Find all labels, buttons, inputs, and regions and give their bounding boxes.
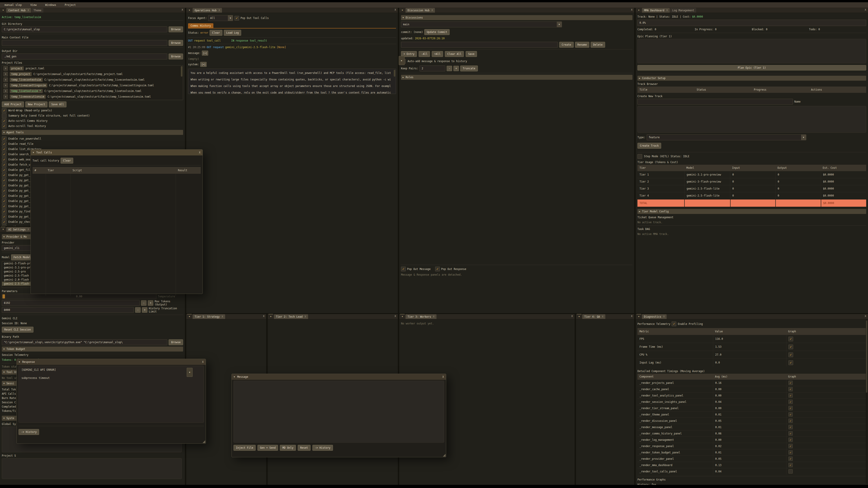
history-action-button[interactable]: Save [466, 51, 477, 57]
message-text-area[interactable] [234, 381, 444, 443]
project-file-tag[interactable]: temp_livecontextsim [10, 78, 43, 82]
project-action-button[interactable]: Add Project [2, 101, 24, 107]
minus-button[interactable]: - [141, 300, 147, 306]
tool-calls-titlebar[interactable]: ▼ Tool Calls X [31, 150, 203, 156]
rename-discussion-button[interactable]: Rename [575, 42, 590, 48]
panel-close-icon[interactable]: X [631, 8, 632, 11]
discussion-name-input[interactable] [401, 42, 558, 48]
close-icon[interactable]: X [433, 315, 434, 318]
project-file-tag[interactable]: project [10, 66, 24, 70]
delete-discussion-button[interactable]: Delete [591, 42, 605, 48]
toggle-row[interactable]: ✓ Summary Only (send file structure, not… [2, 113, 183, 118]
project-system-input[interactable] [2, 458, 182, 479]
graph-checkbox[interactable]: ✓ [788, 381, 793, 385]
clear-tool-history-button[interactable]: Clear [61, 158, 73, 164]
close-icon[interactable]: X [432, 9, 433, 11]
checkbox[interactable]: ✓ [2, 119, 6, 123]
tab-ai-settings[interactable]: AI SettingsX [6, 227, 31, 232]
plus-button[interactable]: + [148, 300, 153, 306]
close-icon[interactable]: X [28, 228, 29, 231]
tab-list-icon[interactable]: ▼ [400, 8, 405, 12]
checkbox[interactable]: ✓ [2, 188, 6, 193]
main-context-input[interactable] [2, 40, 167, 46]
roles-header[interactable]: ▶ Roles [401, 75, 632, 80]
tab-diagnostics[interactable]: DiagnosticsX [642, 314, 666, 319]
checkbox[interactable]: ✓ [2, 113, 6, 118]
files-scrollbar[interactable] [181, 66, 182, 76]
graph-checkbox[interactable]: ✓ [788, 406, 793, 410]
collapsed-window-arrow-icon[interactable]: ▶ [399, 56, 405, 65]
tab-discussion-hub[interactable]: Discussion HubX [405, 8, 435, 13]
epic-planning-input[interactable] [638, 39, 866, 63]
plus-button[interactable]: + [454, 66, 459, 71]
tab-list-icon[interactable]: ▼ [637, 8, 641, 12]
close-icon[interactable]: X [219, 9, 220, 11]
track-description-input[interactable] [638, 106, 866, 133]
keep-pairs-input[interactable]: 2 [420, 66, 445, 71]
discussion-combo[interactable]: main▼ [401, 22, 562, 27]
step-mode-checkbox[interactable]: ✓ [638, 154, 642, 159]
checkbox[interactable]: ✓ [2, 168, 6, 172]
checkbox[interactable]: ✓ [2, 194, 6, 198]
main-context-browse-button[interactable]: Browse [168, 40, 183, 46]
chevron-down-icon[interactable]: ▼ [33, 151, 34, 154]
response-text-area[interactable]: [GEMINI_CLI API ERROR] subprocess timeou… [19, 366, 204, 423]
checkbox[interactable]: ✓ [2, 152, 6, 157]
remove-file-button[interactable]: x [3, 94, 8, 99]
binary-path-input[interactable]: "C:\projects\manual_slop\.venv\Scripts\p… [2, 339, 167, 345]
chevron-down-icon[interactable]: ▼ [234, 376, 235, 378]
git-dir-browse-button[interactable]: Browse [168, 26, 183, 32]
toggle-row[interactable]: ✓ Auto-scroll Tool History [2, 124, 183, 129]
remove-file-button[interactable]: x [3, 100, 8, 100]
response-to-history-button[interactable]: -> History [19, 429, 39, 435]
tab-list-icon[interactable]: ▼ [1, 227, 5, 232]
panel-close-icon[interactable]: X [631, 315, 632, 318]
project-action-button[interactable]: New Project [25, 101, 48, 107]
truncate-button[interactable]: Truncate [460, 66, 477, 71]
close-icon[interactable]: X [442, 375, 444, 379]
tab-list-icon[interactable]: ▼ [577, 314, 581, 319]
tab-list-icon[interactable]: ▼ [269, 314, 273, 319]
project-file-tag[interactable]: temp_project [10, 72, 32, 76]
graph-checkbox[interactable]: ✓ [788, 419, 793, 423]
history-truncation-input[interactable]: 8000 [2, 307, 134, 313]
checkbox[interactable]: ✓ [2, 225, 6, 226]
remove-file-button[interactable]: x [3, 83, 8, 88]
message-titlebar[interactable]: ▼ Message X [232, 374, 446, 380]
checkbox[interactable]: ✓ [2, 136, 6, 141]
panel-close-icon[interactable]: X [865, 315, 866, 318]
close-icon[interactable]: X [305, 315, 306, 318]
graph-checkbox[interactable]: ✓ [788, 393, 793, 398]
diagnostics-scrollbar[interactable] [866, 320, 868, 484]
tab-list-icon[interactable]: ▼ [637, 314, 641, 319]
reset-cli-session-button[interactable]: Reset CLI Session [2, 327, 33, 332]
menu-item[interactable]: Project [65, 3, 75, 6]
resize-grip[interactable] [443, 454, 445, 457]
remove-file-button[interactable]: x [3, 77, 8, 82]
menu-item[interactable]: Windows [45, 3, 56, 6]
load-log-button[interactable]: Load Log [224, 30, 241, 36]
tab-mma-dashboard[interactable]: MMA DashboardX [642, 8, 670, 13]
system-prompt-scrollbar[interactable] [394, 70, 395, 76]
discussions-header[interactable]: ▼ Discussions [401, 15, 632, 20]
minus-button[interactable]: - [135, 307, 141, 313]
graph-checkbox[interactable]: ✓ [788, 431, 793, 435]
message-action-button[interactable]: -> History [312, 445, 333, 451]
graph-checkbox[interactable]: ✓ [788, 352, 793, 357]
checkbox[interactable]: ✓ [2, 162, 6, 167]
checkbox[interactable]: ✓ [2, 204, 6, 209]
checkbox[interactable]: ✓ [2, 173, 6, 177]
clear-log-button[interactable]: Clear [210, 30, 222, 36]
update-commit-button[interactable]: Update Commit [424, 29, 450, 35]
expand-system-button[interactable]: [+] [200, 62, 207, 67]
close-icon[interactable]: X [222, 315, 223, 318]
graph-checkbox[interactable]: ✓ [788, 450, 793, 455]
chevron-down-icon[interactable]: ▼ [19, 361, 20, 363]
menu-item[interactable]: manual slop [4, 3, 22, 6]
graph-checkbox[interactable]: ✓ [788, 345, 793, 349]
checkbox[interactable]: ✓ [2, 108, 6, 113]
message-action-button[interactable]: Reset [298, 445, 311, 451]
panel-close-icon[interactable]: X [182, 8, 183, 11]
message-action-button[interactable]: Inject File [234, 445, 256, 451]
popout-toolcalls-checkbox[interactable]: ✓ [235, 16, 239, 21]
